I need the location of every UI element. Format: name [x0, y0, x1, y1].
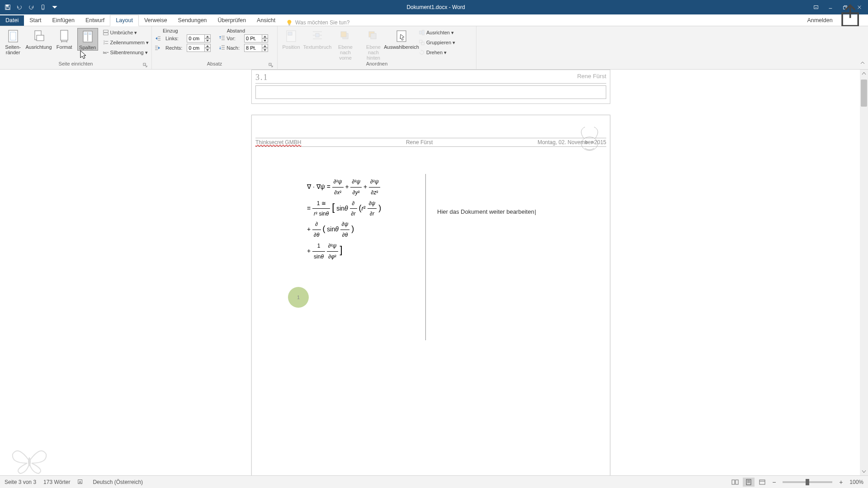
tab-start[interactable]: Start — [24, 15, 47, 26]
dialog-launcher-seite[interactable] — [142, 63, 148, 68]
space-after-input[interactable] — [244, 44, 268, 52]
svg-rect-66 — [732, 480, 735, 484]
tab-einfuegen[interactable]: Einfügen — [47, 15, 80, 26]
scroll-thumb[interactable] — [861, 80, 867, 107]
svg-rect-46 — [288, 32, 292, 35]
auswahlbereich-button[interactable]: Auswahlbereich — [389, 28, 414, 50]
view-print-layout[interactable] — [743, 478, 755, 487]
view-read-mode[interactable] — [729, 478, 741, 487]
touch-mode-icon[interactable] — [38, 2, 48, 12]
zoom-out-button[interactable]: − — [770, 478, 778, 486]
status-words[interactable]: 173 Wörter — [43, 479, 70, 485]
align-icon — [419, 29, 425, 36]
gruppieren-button: Gruppieren ▾ — [419, 38, 455, 47]
svg-point-4 — [42, 9, 43, 9]
column-separator — [425, 174, 426, 340]
svg-rect-16 — [61, 30, 68, 40]
ribbon: Seiten- ränder Ausrichtung Format Spalte… — [0, 26, 868, 70]
document-area[interactable]: 3.1 Rene Fürst Thinksecret GMBH Rene Für… — [0, 70, 868, 475]
zoom-in-button[interactable]: + — [837, 478, 845, 486]
spin-up-icon[interactable] — [204, 34, 211, 38]
signin-link[interactable]: Anmelden — [807, 17, 832, 23]
header-date: Montag, 02. November 2015 — [538, 139, 606, 145]
columns-icon — [80, 29, 95, 44]
zoom-slider[interactable] — [783, 481, 832, 483]
tab-ansicht[interactable]: Ansicht — [251, 15, 281, 26]
vertical-scrollbar[interactable] — [860, 70, 868, 475]
page[interactable]: Thinksecret GMBH Rene Fürst Montag, 02. … — [251, 115, 610, 475]
seitenraender-button[interactable]: Seiten- ränder — [3, 28, 23, 55]
svg-rect-23 — [103, 30, 108, 32]
silbentrennung-button[interactable]: bcSilbentrennung ▾ — [103, 48, 149, 57]
save-icon[interactable] — [3, 2, 13, 12]
redo-icon[interactable] — [26, 2, 36, 12]
svg-rect-47 — [316, 33, 319, 37]
orientation-icon — [31, 29, 46, 43]
tab-sendungen[interactable]: Sendungen — [173, 15, 212, 26]
scroll-down-icon[interactable] — [860, 467, 868, 475]
undo-icon[interactable] — [14, 2, 24, 12]
spin-down-icon[interactable] — [204, 38, 211, 42]
tab-verweise[interactable]: Verweise — [139, 15, 173, 26]
group-seite-einrichten: Seiten- ränder Ausrichtung Format Spalte… — [0, 26, 152, 69]
tell-me-input[interactable]: Was möchten Sie tun? — [286, 19, 349, 26]
equation-block: ∇ · ∇ψ = ∂²ψ∂x² + ∂²ψ∂y² + ∂²ψ∂z² = 1 ≅r… — [279, 174, 583, 262]
scroll-up-icon[interactable] — [860, 70, 868, 78]
status-page[interactable]: Seite 3 von 3 — [5, 479, 36, 485]
space-after-icon — [219, 45, 225, 51]
lightbulb-icon — [286, 19, 292, 26]
zoom-level[interactable]: 100% — [849, 479, 863, 485]
spalten-button[interactable]: Spalten — [77, 28, 98, 51]
collapse-ribbon-icon[interactable] — [860, 59, 865, 67]
status-language[interactable]: Deutsch (Österreich) — [93, 479, 143, 485]
ebene-vorne-button: Ebene nach vorne — [333, 28, 358, 61]
format-button[interactable]: Format — [54, 28, 74, 50]
proofing-icon — [77, 479, 84, 485]
window-title: Dokument1.docx - Word — [62, 4, 809, 10]
group-absatz: Einzug Abstand Links: Vor: Rechts: Nach:… — [152, 26, 278, 69]
wrap-text-icon — [310, 29, 325, 43]
textumbruch-button: Textumbruch — [305, 28, 330, 50]
status-proofing[interactable] — [77, 479, 85, 485]
umbrueche-button[interactable]: Umbrüche ▾ — [103, 28, 149, 37]
indent-left-icon — [155, 35, 161, 42]
tab-ueberpruefen[interactable]: Überprüfen — [212, 15, 252, 26]
ausrichten-button: Ausrichten ▾ — [419, 28, 455, 37]
tab-entwurf[interactable]: Entwurf — [80, 15, 110, 26]
space-before-input[interactable] — [244, 34, 268, 42]
column-2-text[interactable]: Hier das Dokument weiter bearbeiten — [437, 208, 536, 215]
view-web-layout[interactable] — [756, 478, 768, 487]
indent-left-input[interactable] — [187, 34, 211, 42]
svg-rect-65 — [78, 480, 82, 484]
rotate-icon — [419, 49, 425, 56]
drehen-button: Drehen ▾ — [419, 48, 455, 57]
position-icon — [284, 29, 298, 43]
position-button: Position — [280, 28, 302, 50]
space-before-icon — [219, 35, 225, 42]
tab-datei[interactable]: Datei — [0, 15, 24, 26]
svg-rect-57 — [420, 31, 421, 34]
zeilennummern-button[interactable]: 12Zeilennummern ▾ — [103, 38, 149, 47]
dialog-launcher-absatz[interactable] — [268, 63, 274, 68]
ribbon-display-icon[interactable] — [809, 2, 823, 12]
line-numbers-icon: 12 — [103, 39, 109, 46]
svg-rect-53 — [341, 32, 346, 37]
minimize-icon[interactable] — [824, 2, 837, 12]
tab-layout[interactable]: Layout — [110, 15, 139, 26]
share-icon — [839, 4, 864, 29]
margins-icon — [6, 29, 20, 43]
indent-right-input[interactable] — [187, 44, 211, 52]
title-bar: Dokument1.docx - Word — [0, 0, 868, 14]
bring-forward-icon — [338, 29, 353, 43]
svg-rect-60 — [421, 42, 424, 45]
ribbon-tabs: Datei Start Einfügen Entwurf Layout Verw… — [0, 14, 868, 26]
group-icon — [419, 39, 425, 46]
selection-pane-icon — [394, 29, 409, 43]
svg-rect-59 — [420, 40, 422, 43]
ausrichtung-button[interactable]: Ausrichtung — [26, 28, 51, 50]
group-anordnen: Position Textumbruch Ebene nach vorne Eb… — [278, 26, 476, 69]
qat-customize-icon[interactable] — [50, 2, 60, 12]
prev-section-number: 3.1 — [255, 73, 269, 82]
page-body[interactable]: ∇ · ∇ψ = ∂²ψ∂x² + ∂²ψ∂y² + ∂²ψ∂z² = 1 ≅r… — [279, 174, 583, 475]
page-header: Thinksecret GMBH Rene Fürst Montag, 02. … — [255, 138, 606, 147]
